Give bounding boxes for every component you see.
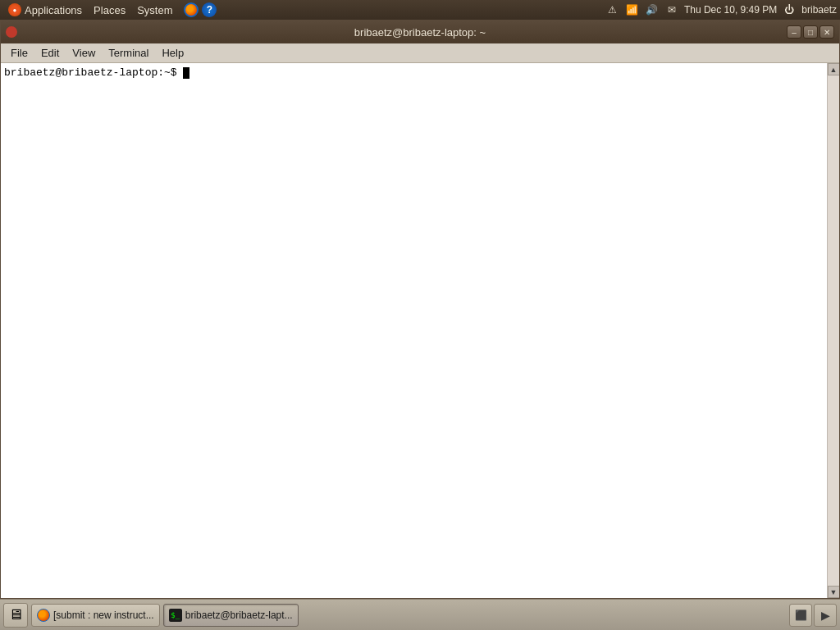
warning-icon: ⚠	[605, 3, 620, 16]
scroll-up-arrow[interactable]: ▲	[828, 63, 840, 75]
firefox-icon[interactable]	[184, 2, 199, 17]
taskbar-terminal-launch[interactable]: ⬛	[789, 604, 812, 627]
title-bar: bribaetz@bribaetz-laptop: ~ – □ ✕	[1, 21, 839, 43]
taskbar-show-desktop[interactable]: 🖥	[3, 603, 28, 628]
taskbar: 🖥 [submit : new instruct... $_ bribaetz@…	[0, 599, 840, 630]
taskbar-right: ⬛ ▶	[789, 604, 837, 627]
window-close-button[interactable]	[6, 26, 17, 38]
terminal-text-area[interactable]: bribaetz@bribaetz-laptop:~$	[1, 63, 827, 598]
prompt-line: bribaetz@bribaetz-laptop:~$	[4, 66, 824, 79]
system-bar-right: ⚠ 📶 🔊 ✉ Thu Dec 10, 9:49 PM ⏻ bribaetz	[605, 3, 837, 16]
maximize-button[interactable]: □	[803, 25, 818, 39]
scroll-track[interactable]	[828, 75, 839, 586]
envelope-icon: ✉	[664, 3, 679, 16]
username-display: bribaetz	[801, 4, 837, 16]
terminal-window: bribaetz@bribaetz-laptop: ~ – □ ✕ File E…	[0, 20, 840, 599]
places-menu[interactable]: Places	[89, 2, 130, 18]
system-bar-left: ● Applications Places System ?	[3, 2, 217, 18]
desktop-icon: 🖥	[8, 606, 23, 623]
view-menu[interactable]: View	[66, 45, 102, 61]
taskbar-firefox-label: [submit : new instruct...	[53, 609, 154, 621]
window-title: bribaetz@bribaetz-laptop: ~	[354, 26, 486, 39]
network-icon: 📶	[625, 3, 640, 16]
taskbar-extra-button[interactable]: ▶	[814, 604, 837, 627]
datetime-display: Thu Dec 10, 9:49 PM	[684, 4, 777, 16]
close-button[interactable]: ✕	[819, 25, 834, 39]
power-icon: ⏻	[782, 3, 797, 16]
taskbar-terminal-button[interactable]: $_ bribaetz@bribaetz-lapt...	[163, 604, 299, 627]
taskbar-firefox-icon	[37, 609, 50, 622]
taskbar-terminal-icon: $_	[169, 609, 182, 622]
terminal-menu[interactable]: Terminal	[102, 45, 155, 61]
file-menu[interactable]: File	[4, 45, 34, 61]
ubuntu-icon: ●	[8, 3, 21, 16]
terminal-prompt: bribaetz@bribaetz-laptop:~$	[4, 66, 177, 79]
help-icon[interactable]: ?	[202, 2, 217, 17]
system-bar: ● Applications Places System ? ⚠ 📶 🔊 ✉ T…	[0, 0, 840, 20]
title-bar-left	[6, 26, 19, 38]
terminal-content[interactable]: bribaetz@bribaetz-laptop:~$ ▲ ▼	[1, 63, 839, 598]
minimize-button[interactable]: –	[787, 25, 801, 39]
help-menu[interactable]: Help	[155, 45, 190, 61]
terminal-cursor	[183, 67, 189, 79]
system-menu[interactable]: System	[132, 2, 177, 18]
applications-menu[interactable]: ● Applications	[3, 2, 87, 18]
title-bar-right: – □ ✕	[787, 25, 834, 39]
taskbar-firefox-button[interactable]: [submit : new instruct...	[31, 604, 160, 627]
scroll-down-arrow[interactable]: ▼	[828, 586, 840, 598]
taskbar-terminal-label: bribaetz@bribaetz-lapt...	[185, 609, 293, 621]
volume-icon: 🔊	[645, 3, 660, 16]
scrollbar: ▲ ▼	[827, 63, 839, 598]
menu-bar: File Edit View Terminal Help	[1, 43, 839, 63]
edit-menu[interactable]: Edit	[34, 45, 66, 61]
